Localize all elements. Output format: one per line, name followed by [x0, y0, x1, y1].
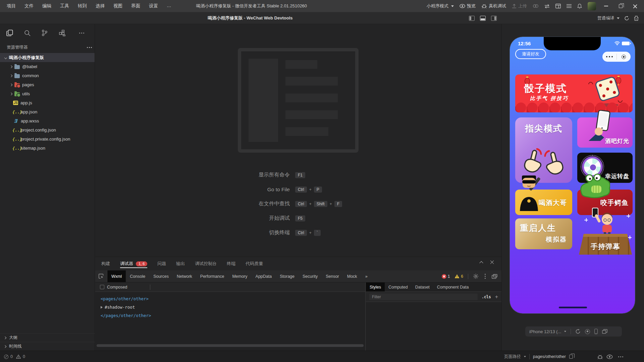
capsule-close-button[interactable]	[617, 55, 631, 59]
expand-arrow-icon[interactable]	[101, 306, 103, 309]
remote-debug-button[interactable]: 真机调试	[481, 3, 506, 9]
devtools-tab-console[interactable]: Console	[126, 270, 149, 282]
close-panel-icon[interactable]	[490, 260, 494, 264]
preview-button[interactable]: 预览	[460, 3, 476, 9]
toggle-cls-button[interactable]: .cls	[482, 295, 491, 299]
tab-output[interactable]: 输出	[176, 257, 185, 270]
problems-summary[interactable]: 0 0	[4, 351, 25, 362]
tree-folder-common[interactable]: common	[0, 71, 95, 80]
tab-code-quality[interactable]: 代码质量	[246, 257, 263, 270]
tree-file-projectconfig[interactable]: project.config.json	[0, 125, 95, 135]
multi-window-icon[interactable]	[602, 329, 607, 334]
wxml-close-tag[interactable]: </pages/other/other>	[101, 311, 365, 320]
devtools-tab-sensor[interactable]: Sensor	[322, 270, 343, 282]
styles-filter-input[interactable]	[369, 294, 478, 300]
toggle-sidebar-icon[interactable]	[469, 16, 475, 21]
devtools-tab-wxml[interactable]: Wxml	[107, 270, 126, 282]
menu-edit[interactable]: 编辑	[42, 3, 51, 9]
invite-friends-button[interactable]: 邀请好友	[515, 49, 546, 59]
console-warnings[interactable]: 6	[454, 274, 463, 279]
tab-dataset[interactable]: Dataset	[412, 282, 433, 292]
finger-mode-card[interactable]: 指尖模式	[515, 117, 572, 183]
tab-computed[interactable]: Computed	[385, 282, 412, 292]
search-icon[interactable]	[23, 29, 32, 37]
devtools-tab-memory[interactable]: Memory	[228, 270, 251, 282]
page-path-selector[interactable]: 页面路径	[504, 354, 526, 360]
tab-debug-console[interactable]: 调试控制台	[195, 257, 217, 270]
copy-path-icon[interactable]	[569, 355, 573, 359]
menu-project[interactable]: 项目	[7, 3, 16, 9]
tree-root-project[interactable]: 喝酒小程序修复版	[0, 53, 95, 62]
user-avatar[interactable]	[588, 2, 596, 10]
tree-file-appwxss[interactable]: app.wxss	[0, 116, 95, 125]
timeline-section[interactable]: 时间线	[0, 342, 95, 351]
device-selector[interactable]: iPhone 12/13 (...	[529, 329, 566, 334]
upload-button[interactable]: 上传	[512, 3, 527, 9]
composed-checkbox[interactable]	[100, 285, 104, 289]
tab-debugger[interactable]: 调试器 1, 6	[120, 257, 147, 270]
wxml-open-tag[interactable]: <pages/other/other>	[101, 295, 365, 303]
capsule-more-button[interactable]	[602, 56, 616, 58]
devtools-more-tabs[interactable]: »	[361, 270, 372, 282]
restart-life-card[interactable]: 重启人生 模拟器	[515, 218, 572, 249]
tab-terminal[interactable]: 终端	[227, 257, 235, 270]
layout-icon[interactable]	[555, 4, 561, 8]
outline-section[interactable]: 大纲	[0, 333, 95, 342]
explorer-more-icon[interactable]	[87, 47, 88, 48]
debug-bug-icon[interactable]	[597, 354, 603, 360]
menu-select[interactable]: 选择	[96, 3, 105, 9]
inspect-element-icon[interactable]	[95, 270, 107, 282]
close-button[interactable]	[631, 2, 639, 10]
restart-simulator-icon[interactable]	[575, 329, 581, 334]
hamburger-menu-icon[interactable]	[567, 4, 572, 8]
tree-folder-babel[interactable]: @babel	[0, 62, 95, 71]
devtools-settings-gear-icon[interactable]	[473, 273, 479, 279]
horizontal-scrollbar[interactable]	[97, 344, 364, 347]
recompile-icon[interactable]	[624, 16, 629, 21]
devtools-tab-appdata[interactable]: AppData	[252, 270, 276, 282]
activity-more-icon[interactable]	[75, 29, 84, 37]
tree-file-appjs[interactable]: app.js	[0, 98, 95, 107]
devtools-tab-network[interactable]: Network	[173, 270, 196, 282]
devtools-tab-performance[interactable]: Performance	[196, 270, 228, 282]
menu-tools[interactable]: 工具	[60, 3, 69, 9]
statusbar-more-icon[interactable]	[618, 356, 619, 357]
phone-simulator-screen[interactable]: 12:56 邀请好友 骰子模式 比手气 拼技巧	[510, 37, 635, 313]
wxml-shadow-root[interactable]: #shadow-root	[101, 303, 365, 311]
minimize-button[interactable]	[602, 2, 610, 10]
devtools-tab-storage[interactable]: Storage	[276, 270, 299, 282]
tree-file-appjson[interactable]: app.json	[0, 107, 95, 116]
collapse-panel-icon[interactable]	[479, 261, 483, 265]
devtools-tab-security[interactable]: Security	[299, 270, 322, 282]
explorer-icon[interactable]	[5, 29, 14, 37]
toggle-panel-icon[interactable]	[480, 16, 486, 21]
source-control-icon[interactable]	[40, 29, 49, 37]
preview-eye-icon[interactable]	[606, 355, 613, 359]
tab-component-data[interactable]: Component Data	[433, 282, 473, 292]
mode-selector[interactable]: 小程序模式	[427, 3, 454, 9]
undock-icon[interactable]	[492, 274, 497, 279]
compile-mode-selector[interactable]: 普通编译	[597, 15, 620, 21]
link-icon[interactable]	[533, 4, 539, 8]
dice-mode-banner[interactable]: 骰子模式 比手气 拼技巧	[515, 74, 633, 112]
devtools-tab-mock[interactable]: Mock	[343, 270, 361, 282]
notifications-bell-icon[interactable]	[577, 4, 582, 9]
tree-file-sitemap[interactable]: sitemap.json	[0, 144, 95, 153]
maximize-button[interactable]	[616, 2, 625, 10]
menu-view[interactable]: 视图	[113, 3, 122, 9]
switch-icon[interactable]	[544, 4, 550, 8]
drinking-brother-card[interactable]: 喝酒大哥	[515, 190, 572, 215]
console-errors[interactable]: 1	[442, 274, 450, 279]
stop-icon[interactable]	[585, 329, 590, 334]
extensions-icon[interactable]	[58, 29, 66, 37]
tree-folder-pages[interactable]: pages	[0, 80, 95, 89]
tab-build[interactable]: 构建	[101, 257, 110, 270]
menu-file[interactable]: 文件	[24, 3, 34, 9]
device-frame-icon[interactable]	[594, 329, 598, 334]
clear-cache-icon[interactable]	[634, 16, 639, 21]
new-style-rule-button[interactable]: +	[495, 294, 498, 300]
bar-light-card[interactable]: 酒吧灯光	[577, 117, 633, 148]
tree-folder-utils[interactable]: utils	[0, 89, 95, 98]
devtools-tab-sources[interactable]: Sources	[149, 270, 173, 282]
tab-styles[interactable]: Styles	[366, 282, 385, 292]
